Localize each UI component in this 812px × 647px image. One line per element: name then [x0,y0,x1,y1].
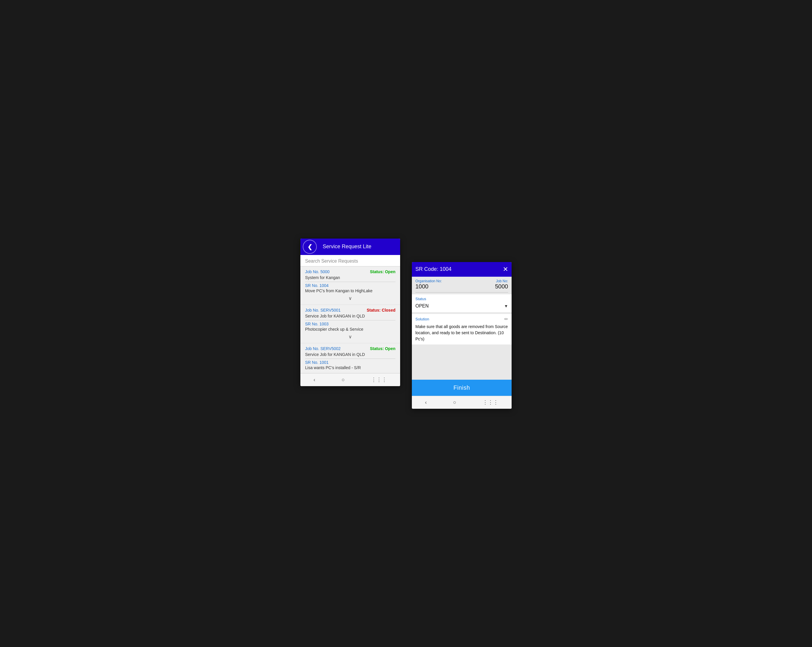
detail-header: SR Code: 1004 ✕ [412,262,511,277]
org-column: Organisation No: 1000 [415,279,442,290]
status-badge: Status: Open [370,346,395,351]
finish-button[interactable]: Finish [412,380,511,396]
screen-container: ❮ Service Request Lite Search Service Re… [295,227,517,421]
sr-row: SR No. 1001 [305,360,395,365]
left-phone: ❮ Service Request Lite Search Service Re… [301,239,400,386]
nav-home-button[interactable]: ○ [337,375,350,385]
bottom-nav-right: ‹ ○ ⋮⋮⋮ [412,396,511,409]
chevron-down-icon: ∨ [348,295,352,301]
job-list: Job No. 5000 Status: Open System for Kan… [301,266,400,373]
close-button[interactable]: ✕ [503,266,508,273]
nav-menu-button-right[interactable]: ⋮⋮⋮ [478,397,503,408]
sr-row: SR No. 1003 [305,321,395,326]
job-number: Job No. SERV5002 [305,346,340,351]
expand-row[interactable]: ∨ [305,294,395,303]
org-job-row: Organisation No: 1000 Job No: 5000 [412,277,511,291]
job-header-row: Job No. SERV5002 Status: Open [305,346,395,351]
status-section: Status OPEN ▼ [412,294,511,312]
solution-label: Solution [415,317,429,321]
solution-text: Make sure that all goods are removed fro… [415,324,508,342]
status-label: Status [415,297,508,301]
job-number: Job No. 5000 [305,269,330,274]
status-value: OPEN [415,303,429,309]
job-description: System for Kangan [305,275,395,280]
sr-label: SR No. [305,360,318,365]
sr-code-title: SR Code: 1004 [415,266,452,272]
sr-label: SR No. [305,321,318,326]
sr-description: Lisa wants PC's installed - S/R [305,365,395,370]
sr-row: SR No. 1004 [305,283,395,288]
status-dropdown[interactable]: OPEN ▼ [415,302,508,310]
solution-header: Solution ✏ [415,316,508,322]
sr-label: SR No. [305,283,318,288]
sr-number: 1003 [318,321,328,326]
job-number: Job No. SERV5001 [305,308,340,312]
nav-back-button[interactable]: ‹ [309,375,320,385]
solution-section: Solution ✏ Make sure that all goods are … [412,314,511,344]
app-header: ❮ Service Request Lite [301,239,400,255]
sr-description: Photocopier check up & Service [305,327,395,332]
org-no-label: Organisation No: [415,279,442,283]
nav-back-button-right[interactable]: ‹ [420,397,432,408]
job-column: Job No: 5000 [495,279,508,290]
list-item[interactable]: Job No. 5000 Status: Open System for Kan… [301,266,400,305]
back-button[interactable]: ❮ [303,240,317,254]
list-item[interactable]: Job No. SERV5002 Status: Open Service Jo… [301,343,400,373]
detail-body: Organisation No: 1000 Job No: 5000 Statu… [412,277,511,380]
search-bar[interactable]: Search Service Requests [301,255,400,266]
org-no-value: 1000 [415,283,442,290]
job-no-label: Job No: [495,279,508,283]
expand-row[interactable]: ∨ [305,333,395,341]
status-badge: Status: Open [370,269,395,274]
status-badge: Status: Closed [367,308,395,312]
job-no-value: 5000 [495,283,508,290]
back-arrow-icon: ❮ [307,243,313,250]
right-phone: SR Code: 1004 ✕ Organisation No: 1000 Jo… [412,262,511,409]
nav-home-button-right[interactable]: ○ [449,397,461,408]
job-description: Service Job for KANGAN in QLD [305,314,395,318]
edit-icon[interactable]: ✏ [504,316,508,322]
job-header-row: Job No. SERV5001 Status: Closed [305,308,395,312]
job-description: Service Job for KANGAN in QLD [305,352,395,357]
job-header-row: Job No. 5000 Status: Open [305,269,395,274]
sr-number: 1004 [318,283,328,288]
nav-menu-button[interactable]: ⋮⋮⋮ [366,374,392,385]
sr-number: 1001 [318,360,328,365]
chevron-down-icon: ∨ [348,334,352,340]
list-item[interactable]: Job No. SERV5001 Status: Closed Service … [301,305,400,343]
dropdown-arrow-icon: ▼ [504,304,508,308]
search-placeholder-text: Search Service Requests [305,258,358,263]
bottom-nav: ‹ ○ ⋮⋮⋮ [301,373,400,386]
sr-description: Move PC's from Kangan to HighLake [305,288,395,293]
app-title: Service Request Lite [323,243,371,250]
solution-bottom-area [412,344,511,380]
